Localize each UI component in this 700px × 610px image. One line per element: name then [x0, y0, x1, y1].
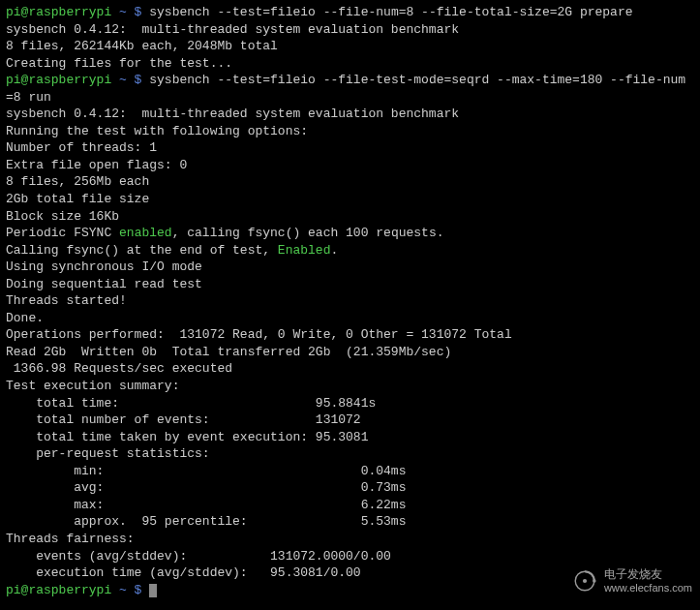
user-host: pi@raspberrypi [6, 73, 111, 87]
svg-point-2 [593, 579, 596, 583]
user-host: pi@raspberrypi [6, 5, 111, 19]
prompt-sep: ~ $ [111, 5, 149, 19]
fairness-hdr: Threads fairness: [6, 531, 694, 548]
out-files-info: 8 files, 262144Kb each, 2048Mb total [6, 38, 694, 55]
cursor-icon[interactable] [149, 584, 157, 597]
total-events: total number of events: 131072 [6, 412, 694, 429]
out-done: Done. [6, 310, 694, 327]
enabled-text: enabled [119, 226, 172, 240]
per-req-hdr: per-request statistics: [6, 445, 694, 463]
prompt-line-2: pi@raspberrypi ~ $ sysbench --test=filei… [6, 72, 694, 89]
out-running: Running the test with following options: [6, 123, 694, 140]
stat-avg: avg: 0.73ms [6, 479, 694, 497]
stat-max: max: 6.22ms [6, 497, 694, 514]
command-1: sysbench --test=fileio --file-num=8 --fi… [149, 5, 632, 19]
out-read-written: Read 2Gb Written 0b Total transferred 2G… [6, 344, 694, 361]
out-files-each: 8 files, 256Mb each [6, 173, 694, 191]
out-fsync1: Periodic FSYNC enabled, calling fsync() … [6, 225, 694, 242]
watermark: 电子发烧友 www.elecfans.com [571, 567, 692, 595]
stat-p95: approx. 95 percentile: 5.53ms [6, 513, 694, 531]
out-threads: Number of threads: 1 [6, 139, 694, 157]
out-seq-read: Doing sequential read test [6, 276, 694, 293]
out-extra-flags: Extra file open flags: 0 [6, 157, 694, 174]
out-fsync2: Calling fsync() at the end of test, Enab… [6, 242, 694, 259]
enabled-text-2: Enabled [278, 243, 331, 258]
out-block-size: Block size 16Kb [6, 208, 694, 226]
stat-min: min: 0.04ms [6, 463, 694, 480]
out-banner1: sysbench 0.4.12: multi-threaded system e… [6, 21, 694, 39]
command-2-part2: =8 run [6, 89, 694, 107]
watermark-url: www.elecfans.com [604, 582, 692, 595]
watermark-cn: 电子发烧友 [604, 567, 692, 581]
terminal-output[interactable]: pi@raspberrypi ~ $ sysbench --test=filei… [6, 4, 694, 598]
out-req-sec: 1366.98 Requests/sec executed [6, 360, 694, 378]
prompt-sep: ~ $ [111, 583, 149, 597]
total-time: total time: 95.8841s [6, 395, 694, 412]
user-host: pi@raspberrypi [6, 583, 111, 597]
out-banner2: sysbench 0.4.12: multi-threaded system e… [6, 106, 694, 123]
prompt-sep: ~ $ [111, 73, 149, 87]
event-exec: total time taken by event execution: 95.… [6, 429, 694, 446]
prompt-line-1: pi@raspberrypi ~ $ sysbench --test=filei… [6, 4, 694, 21]
summary-hdr: Test execution summary: [6, 378, 694, 395]
svg-point-1 [583, 579, 587, 583]
out-total-size: 2Gb total file size [6, 191, 694, 208]
watermark-text: 电子发烧友 www.elecfans.com [604, 567, 692, 595]
command-2-part1: sysbench --test=fileio --file-test-mode=… [149, 73, 685, 87]
out-creating: Creating files for the test... [6, 55, 694, 73]
out-ops: Operations performed: 131072 Read, 0 Wri… [6, 326, 694, 344]
out-sync-io: Using synchronous I/O mode [6, 259, 694, 276]
out-threads-started: Threads started! [6, 292, 694, 310]
events-fair: events (avg/stddev): 131072.0000/0.00 [6, 548, 694, 565]
watermark-logo-icon [571, 567, 598, 595]
